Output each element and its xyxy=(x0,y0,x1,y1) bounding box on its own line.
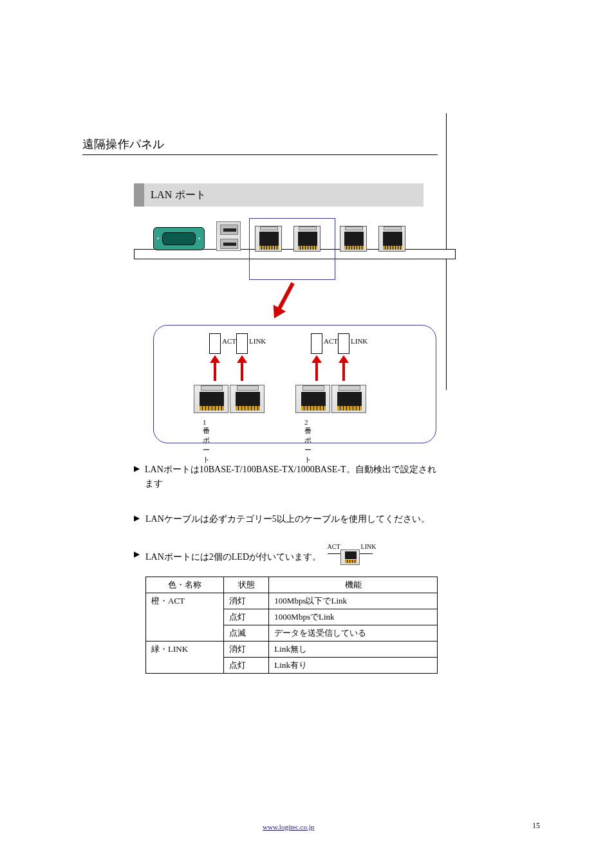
group-cell-link: 緑・LINK xyxy=(146,642,224,674)
led-status-table: 色・名称 状態 機能 橙・ACT 消灯 100Mbps以下でLink 点灯 10… xyxy=(145,577,438,674)
func-cell: 1000MbpsでLink xyxy=(269,609,438,625)
rj45-port-1-icon xyxy=(255,226,282,252)
state-cell: 点滅 xyxy=(224,625,269,642)
led-label-link-1: LINK xyxy=(249,337,266,345)
band-accent xyxy=(134,183,144,207)
bullet-text-3-text: LANポートには2個のLEDが付いています。 xyxy=(145,552,321,562)
th-func: 機能 xyxy=(269,577,438,593)
led-box-act-2 xyxy=(311,333,322,354)
table-row: 橙・ACT 消灯 100Mbps以下でLink xyxy=(146,593,438,609)
list-item: ▶ LANケーブルは必ずカテゴリー5以上のケーブルを使用してください。 xyxy=(134,512,436,526)
list-item: ▶ LANポートは10BASE-T/100BASE-TX/1000BASE-T。… xyxy=(134,463,436,490)
page-number: 15 xyxy=(532,821,540,831)
arrow-up-icon xyxy=(239,355,245,381)
func-cell: データを送受信している xyxy=(269,625,438,642)
section-band: LAN ポート xyxy=(134,183,423,207)
rj45-detail-1a xyxy=(194,385,228,413)
th-state: 状態 xyxy=(224,577,269,593)
th-color: 色・名称 xyxy=(146,577,224,593)
arrow-up-icon xyxy=(340,355,347,381)
func-cell: 100Mbps以下でLink xyxy=(269,593,438,609)
state-cell: 点灯 xyxy=(224,609,269,625)
rj45-port-3-icon xyxy=(340,226,367,252)
port2-label: 2番ポート xyxy=(304,418,312,465)
rj45-port-4-icon xyxy=(378,226,405,252)
rj45-port-2-icon xyxy=(293,226,321,252)
led-label-act-2: ACT xyxy=(324,337,338,345)
bullet-text-3: LANポートには2個のLEDが付いています。 ACT LINK xyxy=(145,548,373,568)
arrow-down-icon xyxy=(270,281,297,320)
arrow-up-icon xyxy=(212,355,218,381)
led-box-act-1 xyxy=(209,333,221,354)
section-heading: LAN ポート xyxy=(144,183,423,207)
lan-detail-bubble: ACT LINK 1番ポート ACT LINK 2番ポート xyxy=(153,325,436,443)
led-label-act-1: ACT xyxy=(222,337,236,345)
rj45-detail-2b xyxy=(331,385,366,413)
triangle-bullet-icon: ▶ xyxy=(134,548,145,568)
bullet-text-1: LANポートは10BASE-T/100BASE-TX/1000BASE-T。自動… xyxy=(145,463,436,490)
rj45-detail-2a xyxy=(295,385,330,413)
func-cell: Link無し xyxy=(269,642,438,658)
state-cell: 点灯 xyxy=(224,658,269,674)
doc-title: 遠隔操作パネル xyxy=(82,136,439,152)
title-underline xyxy=(82,154,438,155)
bullet-list: ▶ LANポートは10BASE-T/100BASE-TX/1000BASE-T。… xyxy=(134,463,436,568)
led-label-link-2: LINK xyxy=(351,337,367,345)
mini-act-label: ACT xyxy=(328,542,340,552)
led-box-link-1 xyxy=(236,333,248,354)
triangle-bullet-icon: ▶ xyxy=(134,463,145,490)
list-item: ▶ LANポートには2個のLEDが付いています。 ACT LINK xyxy=(134,548,436,568)
triangle-bullet-icon: ▶ xyxy=(134,512,145,526)
state-cell: 消灯 xyxy=(224,593,269,609)
rj45-detail-1b xyxy=(230,385,265,413)
lan-mini-figure: ACT LINK xyxy=(328,548,373,568)
state-cell: 消灯 xyxy=(224,642,269,658)
usb-stack-icon xyxy=(216,221,241,251)
table-row: 緑・LINK 消灯 Link無し xyxy=(146,642,438,658)
group-cell-act: 橙・ACT xyxy=(146,593,224,642)
footer-link[interactable]: www.logitec.co.jp xyxy=(263,823,314,831)
mini-link-label: LINK xyxy=(361,542,377,552)
serial-port-icon xyxy=(153,227,205,250)
bullet-text-2: LANケーブルは必ずカテゴリー5以上のケーブルを使用してください。 xyxy=(145,512,430,526)
led-box-link-2 xyxy=(338,333,349,354)
back-panel-figure xyxy=(134,218,457,262)
port1-label: 1番ポート xyxy=(203,418,210,465)
arrow-up-icon xyxy=(313,355,320,381)
func-cell: Link有り xyxy=(269,658,438,674)
